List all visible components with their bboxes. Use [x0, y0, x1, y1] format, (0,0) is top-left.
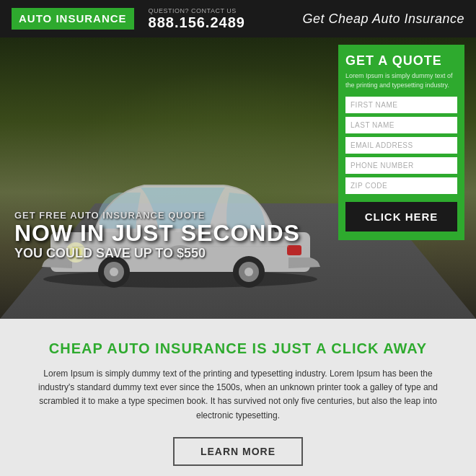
header: AUTO INSURANCE QUESTION? CONTACT US 888.…	[0, 0, 476, 38]
hero-line2: NOW IN JUST SECONDS	[14, 221, 300, 246]
hero-section: GET FREE AUTO INSURANCE QUOTE NOW IN JUS…	[0, 38, 476, 319]
hero-text-block: GET FREE AUTO INSURANCE QUOTE NOW IN JUS…	[14, 210, 300, 261]
svg-point-0	[43, 270, 317, 288]
last-name-input[interactable]	[345, 117, 457, 133]
bottom-body-text: Lorem Ipsum is simply dummy text of the …	[32, 367, 444, 423]
quote-form-subtitle: Lorem Ipsum is simply dummy text of the …	[345, 71, 457, 89]
bottom-section: CHEAP AUTO INSURANCE IS JUST A CLICK AWA…	[0, 319, 476, 476]
email-input[interactable]	[345, 137, 457, 154]
hero-line3: YOU COULD SAVE UP TO $550	[14, 246, 300, 261]
contact-label: QUESTION? CONTACT US	[149, 7, 245, 14]
zip-input[interactable]	[345, 177, 457, 194]
logo-text: AUTO INSURANCE	[19, 12, 127, 25]
hero-line1: GET FREE AUTO INSURANCE QUOTE	[14, 210, 300, 221]
first-name-input[interactable]	[345, 97, 457, 113]
learn-more-button[interactable]: LEARN MORE	[173, 437, 303, 466]
svg-point-7	[110, 268, 118, 276]
logo-box: AUTO INSURANCE	[12, 8, 134, 30]
click-here-button[interactable]: CLICK HERE	[345, 202, 457, 232]
quote-form-title: GET A QUOTE	[345, 53, 457, 69]
phone-input[interactable]	[345, 157, 457, 174]
contact-phone: 888.156.2489	[149, 14, 245, 31]
quote-form: GET A QUOTE Lorem Ipsum is simply dummy …	[338, 45, 464, 240]
contact-block: QUESTION? CONTACT US 888.156.2489	[149, 7, 245, 31]
header-tagline: Get Cheap Auto Insurance	[303, 12, 464, 27]
svg-point-10	[244, 268, 253, 276]
bottom-headline: CHEAP AUTO INSURANCE IS JUST A CLICK AWA…	[49, 340, 427, 357]
